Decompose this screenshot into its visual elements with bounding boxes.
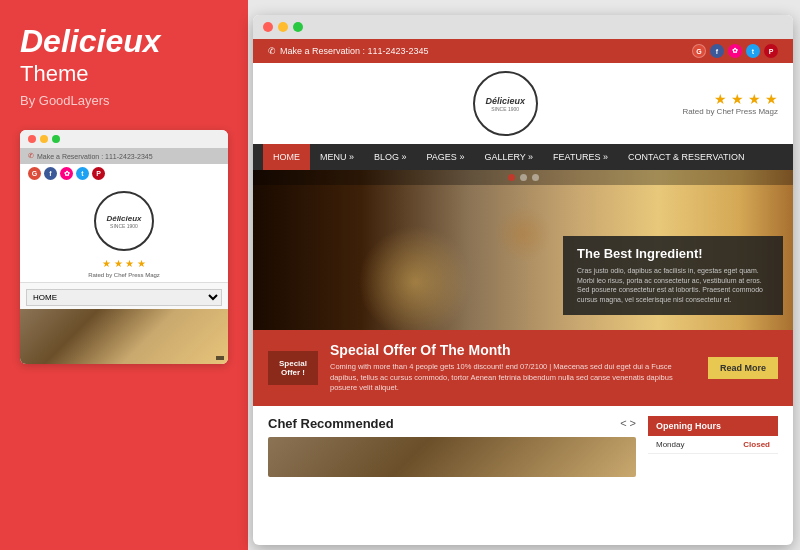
chef-recommended-section: Chef Recommended < > [268, 416, 636, 477]
nav-item-features[interactable]: FEATURES » [543, 144, 618, 170]
mini-twitter-icon: t [76, 167, 89, 180]
hero-title: The Best Ingredient! [577, 246, 769, 261]
mini-titlebar [20, 130, 228, 148]
mini-phone-text: Make a Reservation : 111-2423-2345 [37, 153, 153, 160]
chef-recommended-title: Chef Recommended [268, 416, 394, 431]
mini-pinterest-icon: P [92, 167, 105, 180]
mini-google-icon: G [28, 167, 41, 180]
site-header: Délicieux SINCE 1900 ★ ★ ★ ★ Rated by Ch… [253, 63, 793, 144]
nav-item-pages[interactable]: PAGES » [417, 144, 475, 170]
theme-name: Delicieux [20, 24, 228, 59]
mini-food-image [20, 309, 228, 364]
chef-recommended-header: Chef Recommended < > [268, 416, 636, 431]
nav-item-gallery[interactable]: GALLERY » [474, 144, 543, 170]
site-logo-sub: SINCE 1900 [491, 106, 519, 112]
mini-expand-dot [52, 135, 60, 143]
mini-logo-area: Délicieux SINCE 1900 [20, 183, 228, 255]
chef-recommended-preview [268, 437, 636, 477]
site-phone: ✆ Make a Reservation : 111-2423-2345 [268, 46, 429, 56]
site-bottom-section: Chef Recommended < > Opening Hours Monda… [253, 406, 793, 487]
oh-day-monday: Monday [656, 440, 684, 449]
special-offer-desc: Coming with more than 4 people gets 10% … [330, 362, 696, 394]
mini-nav-select[interactable]: HOME [26, 289, 222, 306]
phone-icon: ✆ [268, 46, 276, 56]
site-flickr-icon[interactable]: ✿ [728, 44, 742, 58]
site-pinterest-icon[interactable]: P [764, 44, 778, 58]
site-stars: ★ ★ ★ ★ [682, 91, 778, 107]
mini-close-dot [28, 135, 36, 143]
mini-nav[interactable]: HOME [20, 282, 228, 309]
theme-by: By GoodLayers [20, 93, 228, 108]
nav-item-home[interactable]: HOME [263, 144, 310, 170]
mini-logo-text: Délicieux [106, 214, 141, 223]
site-topbar: ✆ Make a Reservation : 111-2423-2345 G f… [253, 39, 793, 63]
mini-facebook-icon: f [44, 167, 57, 180]
mini-stars: ★ ★ ★ ★ [20, 255, 228, 272]
site-header-right: ★ ★ ★ ★ Rated by Chef Press Magz [682, 91, 778, 116]
site-nav: HOME MENU » BLOG » PAGES » GALLERY » FEA… [253, 144, 793, 170]
mini-food-overlay [216, 356, 224, 360]
special-offer-title: Special Offer Of The Month [330, 342, 696, 358]
mini-logo-sub: SINCE 1900 [106, 223, 141, 229]
nav-item-contact[interactable]: CONTACT & RESERVATION [618, 144, 755, 170]
opening-hours-section: Opening Hours Monday Closed [648, 416, 778, 477]
nav-item-blog[interactable]: BLOG » [364, 144, 417, 170]
mini-logo-circle: Délicieux SINCE 1900 [94, 191, 154, 251]
browser-minimize-dot [278, 22, 288, 32]
special-tag-line2: Offer ! [274, 368, 312, 377]
browser-close-dot [263, 22, 273, 32]
main-browser-window: ✆ Make a Reservation : 111-2423-2345 G f… [253, 15, 793, 545]
mini-phone-icon: ✆ [28, 152, 34, 160]
hero-body: Cras justo odio, dapibus ac facilisis in… [577, 266, 769, 305]
site-rated: Rated by Chef Press Magz [682, 107, 778, 116]
mini-flickr-icon: ✿ [60, 167, 73, 180]
special-tag-line1: Special [274, 359, 312, 368]
hero-text-box: The Best Ingredient! Cras justo odio, da… [563, 236, 783, 315]
mini-social-icons: G f ✿ t P [20, 164, 228, 183]
read-more-button[interactable]: Read More [708, 357, 778, 379]
mini-minimize-dot [40, 135, 48, 143]
mini-topbar: ✆ Make a Reservation : 111-2423-2345 [20, 148, 228, 164]
theme-subtitle: Theme [20, 61, 228, 87]
nav-item-menu[interactable]: MENU » [310, 144, 364, 170]
chef-nav-arrows: < > [620, 417, 636, 429]
site-logo: Délicieux SINCE 1900 [473, 71, 538, 136]
site-phone-text: Make a Reservation : 111-2423-2345 [280, 46, 429, 56]
special-offer-tag: Special Offer ! [268, 351, 318, 385]
hero-image: The Best Ingredient! Cras justo odio, da… [253, 170, 793, 330]
site-twitter-icon[interactable]: t [746, 44, 760, 58]
special-offer-section: Special Offer ! Special Offer Of The Mon… [253, 330, 793, 406]
browser-titlebar [253, 15, 793, 39]
browser-expand-dot [293, 22, 303, 32]
mini-rated-text: Rated by Chef Press Magz [20, 272, 228, 282]
arrow-left-icon[interactable]: < [620, 417, 626, 429]
site-google-icon[interactable]: G [692, 44, 706, 58]
arrow-right-icon[interactable]: > [630, 417, 636, 429]
site-facebook-icon[interactable]: f [710, 44, 724, 58]
opening-hours-title: Opening Hours [648, 416, 778, 436]
oh-status-monday: Closed [743, 440, 770, 449]
special-offer-content: Special Offer Of The Month Coming with m… [330, 342, 696, 394]
site-logo-text: Délicieux [485, 96, 525, 106]
table-row: Monday Closed [648, 436, 778, 454]
mini-browser-preview: ✆ Make a Reservation : 111-2423-2345 G f… [20, 130, 228, 364]
left-panel: Delicieux Theme By GoodLayers ✆ Make a R… [0, 0, 248, 550]
site-social-icons: G f ✿ t P [692, 44, 778, 58]
